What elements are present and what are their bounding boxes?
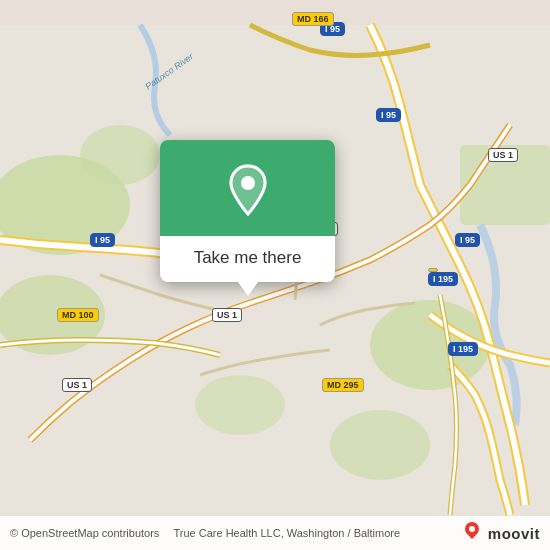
- road-badge-us1-top: US 1: [488, 148, 518, 162]
- road-badge-i95-left: I 95: [90, 233, 115, 247]
- road-badge-us1-bot: US 1: [62, 378, 92, 392]
- road-badge-i95-mid: I 95: [376, 108, 401, 122]
- road-badge-md100: MD 100: [57, 308, 99, 322]
- moovit-logo: moovit: [463, 522, 540, 544]
- take-me-there-button[interactable]: Take me there: [184, 236, 312, 282]
- road-badge-md295-1: MD 295: [322, 378, 364, 392]
- road-badge-i195-2: I 195: [448, 342, 478, 356]
- location-text: True Care Health LLC, Washington / Balti…: [173, 527, 400, 539]
- road-badge-md295-2: [428, 268, 438, 272]
- location-pin-icon: [224, 162, 272, 218]
- road-badge-i195-1: I 195: [428, 272, 458, 286]
- footer-left: © OpenStreetMap contributors True Care H…: [10, 527, 400, 539]
- moovit-brand-text: moovit: [488, 525, 540, 542]
- attribution-text: © OpenStreetMap contributors: [10, 527, 159, 539]
- road-badge-us1-bot2: US 1: [212, 308, 242, 322]
- footer: © OpenStreetMap contributors True Care H…: [0, 516, 550, 550]
- road-badge-i95-right: I 95: [455, 233, 480, 247]
- svg-point-6: [195, 375, 285, 435]
- svg-point-5: [330, 410, 430, 480]
- popup-card: Take me there: [160, 140, 335, 282]
- popup-icon-area: [160, 140, 335, 236]
- map-container: Patuxco River I 95 I 95 I 95 I 95 I 195 …: [0, 0, 550, 550]
- svg-point-4: [80, 125, 160, 185]
- svg-point-10: [241, 176, 255, 190]
- road-badge-md166: MD 166: [292, 12, 334, 26]
